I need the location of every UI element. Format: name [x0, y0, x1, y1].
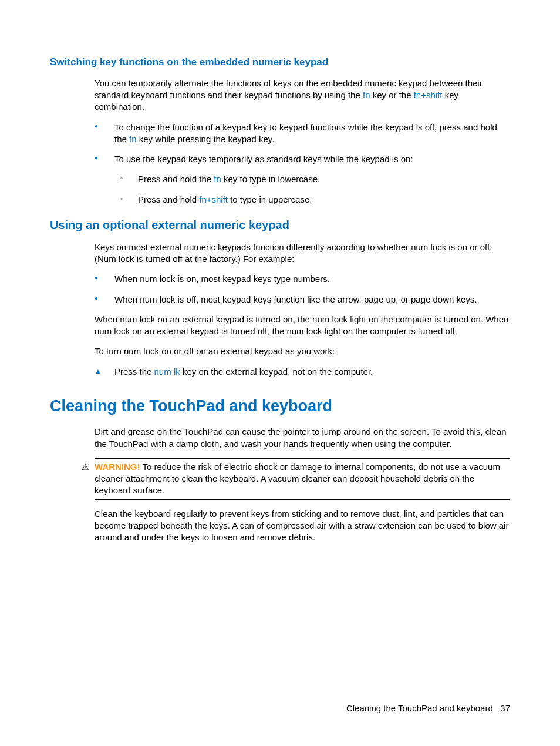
warning-label: WARNING! — [95, 462, 140, 472]
paragraph: You can temporarily alternate the functi… — [95, 78, 510, 113]
text: To use the keypad keys temporarily as st… — [114, 154, 413, 164]
text: Press and hold — [138, 194, 199, 204]
text: Press and hold the — [138, 174, 214, 184]
text: key or the — [370, 90, 413, 100]
key-fn-shift: fn+shift — [414, 90, 443, 100]
key-fn: fn — [129, 134, 137, 144]
document-page: Switching key functions on the embedded … — [0, 0, 560, 746]
list-item: Press and hold fn+shift to type in upper… — [114, 194, 510, 206]
footer-title: Cleaning the TouchPad and keyboard — [346, 703, 493, 713]
warning-text: To reduce the risk of electric shock or … — [95, 462, 500, 496]
key-num-lk: num lk — [154, 367, 180, 377]
text: key on the external keypad, not on the c… — [180, 367, 373, 377]
warning-block: ⚠ WARNING! To reduce the risk of electri… — [95, 458, 510, 500]
paragraph: Clean the keyboard regularly to prevent … — [95, 508, 510, 544]
paragraph: To turn num lock on or off on an externa… — [95, 345, 510, 357]
heading-external-numeric-keypad: Using an optional external numeric keypa… — [50, 217, 510, 233]
list-item: When num lock is off, most keypad keys f… — [95, 294, 510, 305]
paragraph: Keys on most external numeric keypads fu… — [95, 241, 510, 266]
bullet-list: When num lock is on, most keypad keys ty… — [95, 273, 510, 305]
paragraph: Dirt and grease on the TouchPad can caus… — [95, 426, 510, 450]
list-item: Press and hold the fn key to type in low… — [114, 173, 510, 185]
key-fn-shift: fn+shift — [199, 194, 228, 204]
list-item: To use the keypad keys temporarily as st… — [95, 153, 510, 206]
page-footer: Cleaning the TouchPad and keyboard 37 — [346, 703, 510, 714]
warning-icon: ⚠ — [82, 462, 89, 473]
bullet-list: To change the function of a keypad key t… — [95, 122, 510, 206]
sub-bullet-list: Press and hold the fn key to type in low… — [114, 173, 510, 206]
step-list: Press the num lk key on the external key… — [95, 366, 510, 378]
list-item: When num lock is on, most keypad keys ty… — [95, 273, 510, 285]
text: to type in uppercase. — [228, 194, 312, 204]
page-number: 37 — [500, 703, 510, 713]
text: key to type in lowercase. — [221, 174, 320, 184]
key-fn: fn — [363, 90, 370, 100]
heading-cleaning-touchpad-keyboard: Cleaning the TouchPad and keyboard — [50, 395, 510, 416]
text: Press the — [114, 367, 154, 377]
heading-switching-key-functions: Switching key functions on the embedded … — [50, 56, 510, 69]
text: key while pressing the keypad key. — [137, 134, 275, 144]
paragraph: When num lock on an external keypad is t… — [95, 314, 510, 338]
list-item: To change the function of a keypad key t… — [95, 122, 510, 146]
key-fn: fn — [214, 174, 221, 184]
list-item: Press the num lk key on the external key… — [95, 366, 510, 378]
